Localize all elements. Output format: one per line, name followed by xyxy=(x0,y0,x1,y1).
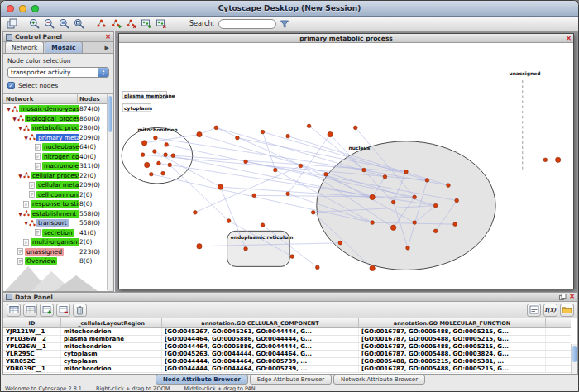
disclosure-triangle-icon[interactable]: ▼ xyxy=(6,106,12,112)
network-node[interactable] xyxy=(149,172,153,176)
network-node[interactable] xyxy=(145,162,150,167)
network-node[interactable] xyxy=(197,131,202,136)
tree-row[interactable]: ▼transport558(0) xyxy=(3,218,108,228)
network-node[interactable] xyxy=(433,229,438,233)
layers-icon[interactable] xyxy=(5,17,18,31)
network-node[interactable] xyxy=(141,153,145,157)
network-node[interactable] xyxy=(328,131,333,136)
network-node[interactable] xyxy=(171,154,175,158)
network-node[interactable] xyxy=(555,157,560,162)
network-node[interactable] xyxy=(543,158,548,162)
tree-row[interactable]: nitrogen compo40(0) xyxy=(3,152,108,162)
tree-row[interactable]: nucleobase64(0) xyxy=(3,142,108,152)
search-filter-icon[interactable] xyxy=(278,17,291,31)
tree-row[interactable]: secretion41(0) xyxy=(3,228,108,238)
tree-row[interactable]: multi-organism pro2(0) xyxy=(3,237,108,247)
unselect-attributes-icon[interactable] xyxy=(23,304,37,317)
column-header-region[interactable]: _cellularLayoutRegion xyxy=(61,318,162,327)
table-row[interactable]: YLR295Ccytoplasm[GO:0045263, GO:0044444,… xyxy=(3,351,571,358)
network-node[interactable] xyxy=(193,210,197,214)
table-scrollbar[interactable] xyxy=(571,344,577,374)
zoom-window-button[interactable] xyxy=(31,5,39,12)
network-node[interactable] xyxy=(447,184,451,188)
network-node[interactable] xyxy=(391,200,395,204)
tree-row[interactable]: macromolecule311(0) xyxy=(3,161,108,171)
disclosure-triangle-icon[interactable]: ▼ xyxy=(12,116,17,122)
table-row[interactable]: YPL036W__2plasma membrane[GO:0044464, GO… xyxy=(3,336,571,343)
network-node[interactable] xyxy=(236,136,240,140)
disclosure-triangle-icon[interactable]: ▼ xyxy=(17,125,23,131)
close-data-panel-icon[interactable]: ✕ xyxy=(569,293,575,301)
table-row[interactable]: YPL036W__1mitochondrion[GO:0044464, GO:0… xyxy=(3,343,571,351)
float-panel-icon[interactable] xyxy=(559,294,567,300)
search-input[interactable] xyxy=(218,19,276,29)
scrollbar-thumb[interactable] xyxy=(572,346,577,362)
table-row[interactable]: YJR121W__1mitochondrion[GO:0045267, GO:0… xyxy=(3,328,571,336)
network-icon[interactable] xyxy=(94,17,108,31)
zoom-selected-icon[interactable] xyxy=(57,17,70,31)
create-view-icon[interactable] xyxy=(139,17,152,31)
network-node[interactable] xyxy=(406,246,410,250)
network-node[interactable] xyxy=(165,143,169,147)
delete-attribute-icon[interactable] xyxy=(56,304,70,317)
zoom-fit-icon[interactable] xyxy=(72,17,85,31)
network-node[interactable] xyxy=(286,134,290,138)
network-node[interactable] xyxy=(141,141,146,146)
network-node[interactable] xyxy=(338,241,342,245)
network-node[interactable] xyxy=(252,194,256,198)
network-node[interactable] xyxy=(261,130,265,134)
node-color-select[interactable]: transporter activity ▲▼ xyxy=(7,67,109,78)
disclosure-triangle-icon[interactable]: ▼ xyxy=(17,173,23,179)
network-node[interactable] xyxy=(161,171,165,175)
select-nodes-row[interactable]: ✓ Select nodes xyxy=(7,82,109,89)
import-attributes-folder-icon[interactable] xyxy=(560,304,574,317)
zoom-in-icon[interactable] xyxy=(27,17,41,31)
column-header-molecular-function[interactable]: annotation.GO MOLECULAR_FUNCTION xyxy=(359,318,546,327)
network-node[interactable] xyxy=(261,223,265,227)
network-node[interactable] xyxy=(299,164,303,168)
control-panel-scrollbar[interactable] xyxy=(107,94,112,290)
destroy-network-icon[interactable] xyxy=(124,17,137,31)
tab-edge-attribute-browser[interactable]: Edge Attribute Browser xyxy=(250,375,332,385)
create-attribute-icon[interactable] xyxy=(40,304,54,317)
scrollbar-thumb[interactable] xyxy=(108,96,112,132)
network-node[interactable] xyxy=(244,247,248,251)
network-node[interactable] xyxy=(307,124,311,128)
network-node[interactable] xyxy=(390,225,395,230)
close-view-icon[interactable]: ✕ xyxy=(566,34,572,43)
network-node[interactable] xyxy=(413,195,417,199)
table-row[interactable]: YKR052Ccytoplasm[GO:0044444, GO:0044464,… xyxy=(3,358,571,366)
tree-row[interactable]: unassigned223(0) xyxy=(3,247,108,257)
disclosure-triangle-icon[interactable]: ▼ xyxy=(17,211,23,217)
network-node[interactable] xyxy=(370,194,375,199)
tab-mosaic[interactable]: Mosaic xyxy=(45,41,82,53)
network-node[interactable] xyxy=(455,198,459,203)
attribute-panel-icon[interactable] xyxy=(527,304,541,317)
minimize-window-button[interactable] xyxy=(19,5,26,12)
disclosure-triangle-icon[interactable]: ▼ xyxy=(23,220,29,226)
trash-icon[interactable] xyxy=(73,304,87,317)
network-node[interactable] xyxy=(425,179,429,183)
network-node[interactable] xyxy=(227,219,231,223)
network-node[interactable] xyxy=(273,168,277,172)
network-node[interactable] xyxy=(164,153,168,157)
tab-network-attribute-browser[interactable]: Network Attribute Browser xyxy=(333,375,425,385)
select-nodes-checkbox[interactable]: ✓ xyxy=(7,82,15,89)
network-node[interactable] xyxy=(244,160,248,164)
network-node[interactable] xyxy=(197,244,202,249)
network-node[interactable] xyxy=(404,170,409,174)
destroy-view-icon[interactable] xyxy=(154,17,167,31)
network-node[interactable] xyxy=(371,221,375,225)
network-node[interactable] xyxy=(214,126,218,130)
network-node[interactable] xyxy=(157,161,161,165)
tree-row[interactable]: response to stimul8(0) xyxy=(3,199,108,209)
tab-node-attribute-browser[interactable]: Node Attribute Browser xyxy=(156,375,248,385)
network-node[interactable] xyxy=(433,203,438,208)
network-node[interactable] xyxy=(453,222,457,227)
tree-row[interactable]: ▼primary metabo209(0) xyxy=(3,133,108,143)
column-header-id[interactable]: ID xyxy=(3,318,61,327)
column-header-cellular-component[interactable]: annotation.GO CELLULAR_COMPONENT xyxy=(162,318,359,327)
tree-row[interactable]: ▼establishment of l558(0) xyxy=(3,209,108,219)
network-node[interactable] xyxy=(413,221,417,225)
zoom-out-icon[interactable] xyxy=(42,17,55,31)
